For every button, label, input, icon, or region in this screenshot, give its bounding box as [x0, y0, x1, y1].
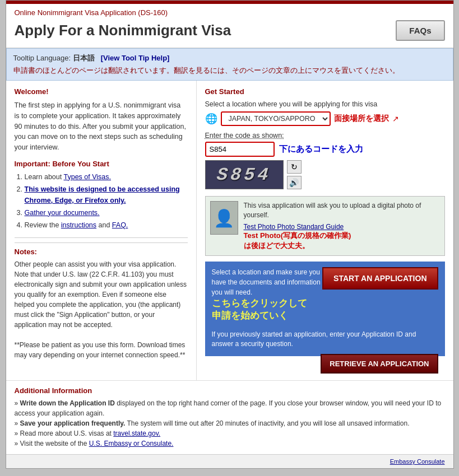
code-input-wrapper	[205, 142, 275, 157]
breadcrumb: Online Nonimmigrant Visa Application (DS…	[15, 8, 445, 17]
additional-item: » Read more about U.S. visas at travel.s…	[15, 428, 445, 438]
steps-list: Learn about Types of Visas. This website…	[15, 171, 188, 231]
breadcrumb-link[interactable]: Online Nonimmigrant Visa Application (DS…	[15, 8, 168, 17]
additional-item: » Visit the website of the U.S. Embassy …	[15, 438, 445, 449]
main-title-row: Apply For a Nonimmigrant Visa FAQs	[15, 17, 445, 45]
photo-section: 👤 This visa application will ask you to …	[205, 196, 445, 256]
faq-button[interactable]: FAQs	[396, 20, 444, 41]
faq-link[interactable]: FAQ.	[112, 221, 128, 229]
instructions-link[interactable]: instructions	[61, 221, 96, 229]
action-top-row: Select a location and make sure you have…	[212, 267, 438, 322]
welcome-text: The first step in applying for a U.S. no…	[15, 100, 188, 153]
captcha-refresh-button[interactable]: ↻	[287, 160, 302, 174]
captcha-controls: ↻ 🔊	[287, 160, 302, 189]
tooltip-japanese-text: 申請書のほとんどのページは翻訳されています。翻訳を見るには、そのページの文章の上…	[13, 66, 446, 76]
captcha-audio-button[interactable]: 🔊	[287, 176, 302, 189]
embassy-consulate-footer-link[interactable]: Embassy Consulate	[390, 458, 445, 465]
gather-docs-link[interactable]: Gather your documents.	[25, 209, 100, 217]
location-select[interactable]: JAPAN, TOKYO/SAPPORO	[221, 111, 331, 126]
retrieve-prefix: If you previously started an application…	[212, 330, 367, 338]
right-column: Get Started Select a location where you …	[197, 81, 453, 380]
tooltip-language: 日本語	[73, 54, 95, 62]
tooltip-help-link[interactable]: [View Tool Tip Help]	[101, 54, 170, 62]
page-wrapper: Online Nonimmigrant Visa Application (DS…	[6, 0, 454, 469]
location-select-row: 🌐 JAPAN, TOKYO/SAPPORO 面接場所を選択 ↗	[205, 111, 445, 126]
action-section: Select a location and make sure you have…	[205, 262, 445, 357]
additional-info-title: Additional Information	[15, 386, 445, 395]
code-row: 下にあるコードを入力	[205, 142, 445, 157]
photo-annotation: Test Photo(写真の規格の確作業)は後ほどで大丈夫。	[244, 231, 440, 251]
action-annotation: こちらをクリックして申請を始めていく	[212, 297, 323, 322]
photo-standard-guide-link[interactable]: Test Photo Photo Standard Guide	[244, 223, 344, 231]
action-middle-text: If you previously started an application…	[212, 330, 438, 349]
additional-item: » Write down the Application ID displaye…	[15, 398, 445, 418]
page-title: Apply For a Nonimmigrant Visa	[15, 22, 231, 39]
header-section: Online Nonimmigrant Visa Application (DS…	[6, 4, 453, 48]
tooltip-bar: Tooltip Language: 日本語 [View Tool Tip Hel…	[6, 48, 453, 81]
additional-info-section: Additional Information » Write down the …	[6, 380, 453, 454]
additional-info-text: » Write down the Application ID displaye…	[15, 398, 445, 449]
embassy-consulate-link[interactable]: U.S. Embassy or Consulate.	[89, 440, 174, 447]
footer-bar: Embassy Consulate	[6, 454, 453, 468]
location-annotation: 面接場所を選択	[334, 114, 389, 124]
tooltip-label: Tooltip Language:	[13, 54, 71, 62]
list-item: Review the instructions and FAQ.	[25, 220, 188, 231]
important-title: Important: Before You Start	[15, 160, 188, 168]
code-annotation: 下にあるコードを入力	[279, 144, 363, 155]
get-started-title: Get Started	[205, 87, 445, 96]
additional-item: » Save your application frequently. The …	[15, 418, 445, 428]
list-item: Gather your documents.	[25, 207, 188, 218]
types-of-visas-link[interactable]: Types of Visas.	[63, 173, 111, 181]
captcha-area: S854 ↻ 🔊	[205, 160, 445, 189]
list-item: This website is designed to be accessed …	[25, 184, 188, 206]
captcha-input[interactable]	[206, 144, 273, 155]
select-location-text: Select a location where you will be appl…	[205, 100, 445, 108]
photo-description: This visa application will ask you to up…	[244, 201, 440, 220]
start-application-button[interactable]: START AN APPLICATION	[322, 267, 438, 290]
photo-text-area: This visa application will ask you to up…	[244, 201, 440, 251]
notes-title: Notes:	[15, 242, 188, 256]
list-item: Learn about Types of Visas.	[25, 171, 188, 183]
browser-notice-link[interactable]: This website is designed to be accessed …	[25, 185, 180, 204]
content-area: Welcome! The first step in applying for …	[6, 81, 453, 380]
location-arrow-icon: ↗	[392, 114, 399, 123]
tooltip-lang-row: Tooltip Language: 日本語 [View Tool Tip Hel…	[13, 53, 446, 63]
action-text: Select a location and make sure you have…	[212, 267, 323, 297]
travel-state-link[interactable]: travel.state.gov.	[113, 430, 160, 437]
code-entry-label: Enter the code as shown:	[205, 132, 445, 139]
retrieve-application-button[interactable]: RETRIEVE AN APPLICATION	[321, 354, 438, 374]
photo-placeholder: 👤	[210, 201, 238, 235]
notes-text: Other people can assist you with your vi…	[15, 259, 188, 360]
person-icon: 👤	[214, 208, 234, 228]
captcha-image: S854	[205, 160, 284, 189]
welcome-title: Welcome!	[15, 87, 188, 96]
globe-icon: 🌐	[205, 113, 217, 125]
left-column: Welcome! The first step in applying for …	[6, 81, 197, 380]
